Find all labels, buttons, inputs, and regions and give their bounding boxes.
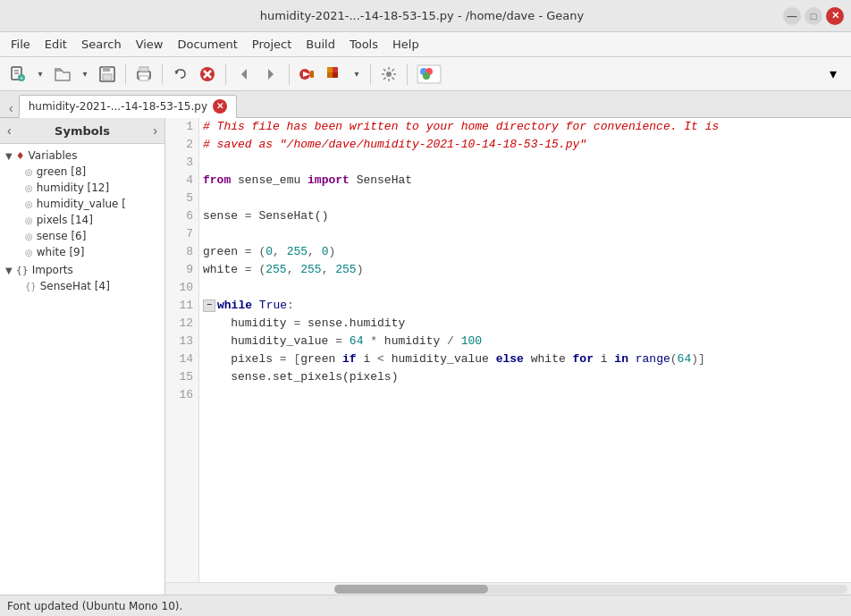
svg-point-29: [423, 72, 430, 80]
menu-tools[interactable]: Tools: [342, 36, 385, 53]
tab-close-button[interactable]: ✕: [213, 99, 227, 114]
color-picker-button[interactable]: [413, 62, 445, 87]
separator-6: [407, 63, 408, 85]
main-area: ‹ Symbols › ▼ ♦ Variables ◎ green [8] ◎ …: [0, 118, 851, 595]
print-button[interactable]: [131, 62, 156, 87]
menu-edit[interactable]: Edit: [38, 36, 74, 53]
next-doc-button[interactable]: [258, 62, 283, 87]
horizontal-scrollbar[interactable]: [165, 582, 851, 595]
sidebar-nav-next[interactable]: ›: [151, 122, 159, 139]
tab-nav-prev[interactable]: ‹: [4, 99, 19, 117]
list-item[interactable]: ◎ humidity [12]: [0, 180, 164, 196]
tree-section-variables: ▼ ♦ Variables ◎ green [8] ◎ humidity [12…: [0, 148, 164, 260]
line-num-3: 3: [165, 154, 198, 172]
list-item[interactable]: ◎ sense [6]: [0, 228, 164, 244]
code-line-6: sense = SenseHat(): [203, 207, 847, 225]
code-editor[interactable]: 1 2 3 4 5 6 7 8 9 10 11 12 13 14 15 16 #…: [165, 118, 851, 582]
menu-file[interactable]: File: [4, 36, 38, 53]
new-file-dropdown[interactable]: ▾: [32, 62, 48, 87]
line-num-2: 2: [165, 136, 198, 154]
prev-doc-button[interactable]: [232, 62, 257, 87]
import-label-sensehat: SenseHat [4]: [40, 280, 110, 292]
list-item[interactable]: ◎ humidity_value [: [0, 196, 164, 212]
svg-rect-22: [333, 72, 338, 78]
run2-dropdown[interactable]: ▾: [349, 62, 365, 87]
menu-build[interactable]: Build: [299, 36, 342, 53]
line-num-6: 6: [165, 207, 198, 225]
menu-help[interactable]: Help: [385, 36, 426, 53]
tab-bar: ‹ humidity-2021-...-14-18-53-15.py ✕: [0, 91, 851, 118]
line-num-4: 4: [165, 172, 198, 190]
sidebar-title: Symbols: [55, 124, 110, 138]
var-icon-humidity-value: ◎: [25, 199, 33, 209]
undo-button[interactable]: [168, 62, 193, 87]
stop-button[interactable]: [195, 62, 220, 87]
code-line-14: pixels = [green if i < humidity_value el…: [203, 350, 847, 368]
open-file-button[interactable]: [50, 62, 75, 87]
tree-imports-label: Imports: [32, 264, 73, 276]
list-item[interactable]: ◎ white [9]: [0, 244, 164, 260]
menu-document[interactable]: Document: [170, 36, 244, 53]
tree-variables-header[interactable]: ▼ ♦ Variables: [0, 148, 164, 164]
line-num-7: 7: [165, 225, 198, 243]
code-line-1: # This file has been written to your hom…: [203, 118, 847, 136]
svg-text:+: +: [20, 74, 24, 82]
tree-section-imports: ▼ {} Imports {} SenseHat [4]: [0, 262, 164, 294]
code-line-2: # saved as "/home/dave/humidity-2021-10-…: [203, 136, 847, 154]
status-bar: Font updated (Ubuntu Mono 10).: [0, 595, 851, 616]
line-num-15: 15: [165, 368, 198, 386]
var-icon-sense: ◎: [25, 232, 33, 241]
line-num-1: 1: [165, 118, 198, 136]
menu-project[interactable]: Project: [245, 36, 299, 53]
run2-button[interactable]: [322, 62, 347, 87]
toolbar-more-button[interactable]: ▾: [821, 62, 846, 87]
line-numbers: 1 2 3 4 5 6 7 8 9 10 11 12 13 14 15 16: [165, 118, 199, 582]
tree-imports-arrow: ▼: [5, 266, 13, 275]
toolbar: + ▾ ▾ ▾ ▾: [0, 57, 851, 91]
open-file-dropdown[interactable]: ▾: [77, 62, 93, 87]
save-file-button[interactable]: [95, 62, 120, 87]
imports-icon: {}: [16, 265, 29, 276]
svg-point-24: [386, 72, 392, 77]
close-button[interactable]: ✕: [826, 7, 844, 25]
prefs-button[interactable]: [376, 62, 401, 87]
code-line-9: white = (255, 255, 255): [203, 261, 847, 279]
menu-view[interactable]: View: [129, 36, 171, 53]
code-line-5: [203, 190, 847, 207]
code-line-12: humidity = sense.humidity: [203, 315, 847, 333]
menu-search[interactable]: Search: [74, 36, 129, 53]
var-icon-humidity: ◎: [25, 183, 33, 193]
variables-icon: ♦: [16, 150, 25, 162]
line-num-8: 8: [165, 243, 198, 261]
svg-rect-20: [327, 72, 333, 78]
new-file-button[interactable]: +: [5, 62, 30, 87]
var-icon-white: ◎: [25, 248, 33, 257]
var-icon-green: ◎: [25, 167, 33, 177]
run1-button[interactable]: [295, 62, 320, 87]
svg-rect-23: [327, 67, 333, 72]
line-num-5: 5: [165, 190, 198, 207]
code-line-16: [203, 386, 847, 404]
separator-1: [125, 63, 126, 85]
sidebar-tree: ▼ ♦ Variables ◎ green [8] ◎ humidity [12…: [0, 144, 164, 595]
code-content[interactable]: # This file has been written to your hom…: [199, 118, 851, 582]
svg-rect-7: [103, 74, 112, 80]
list-item[interactable]: ◎ green [8]: [0, 164, 164, 180]
code-line-4: from sense_emu import SenseHat: [203, 172, 847, 190]
list-item[interactable]: {} SenseHat [4]: [0, 278, 164, 294]
line-num-12: 12: [165, 315, 198, 333]
line-num-16: 16: [165, 386, 198, 404]
list-item[interactable]: ◎ pixels [14]: [0, 212, 164, 228]
fold-button-11[interactable]: −: [203, 300, 215, 312]
scroll-thumb[interactable]: [334, 585, 488, 594]
sidebar-nav-prev[interactable]: ‹: [5, 122, 13, 139]
separator-2: [162, 63, 163, 85]
scroll-track[interactable]: [334, 585, 847, 594]
sidebar: ‹ Symbols › ▼ ♦ Variables ◎ green [8] ◎ …: [0, 118, 165, 595]
minimize-button[interactable]: —: [783, 7, 801, 25]
line-num-10: 10: [165, 279, 198, 297]
window-controls: — □ ✕: [783, 7, 844, 25]
maximize-button[interactable]: □: [805, 7, 822, 25]
tab-humidity-file[interactable]: humidity-2021-...-14-18-53-15.py ✕: [19, 95, 237, 118]
tree-imports-header[interactable]: ▼ {} Imports: [0, 262, 164, 278]
